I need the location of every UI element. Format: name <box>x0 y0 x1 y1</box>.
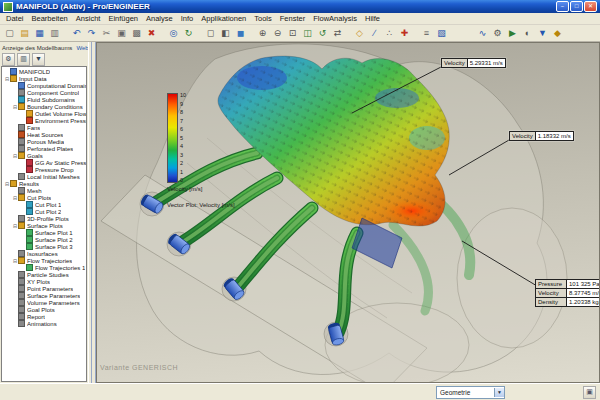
tree-item[interactable]: Cut Plot 2 <box>2 208 86 215</box>
tree-item[interactable]: ⊟ Results <box>2 180 86 187</box>
tree-item[interactable]: Point Parameters <box>2 285 86 292</box>
maximize-button[interactable]: □ <box>570 1 583 12</box>
menu-item[interactable]: Info <box>177 14 198 23</box>
tree-node-icon <box>18 271 25 278</box>
view-manager-icon[interactable]: ▧ <box>434 26 449 41</box>
tree-item[interactable]: Heat Sources <box>2 131 86 138</box>
zoom-out-icon[interactable]: ⊖ <box>270 26 285 41</box>
tree-item[interactable]: Perforated Plates <box>2 145 86 152</box>
tree-item[interactable]: Fans <box>2 124 86 131</box>
tree-item[interactable]: Computational Domain <box>2 82 86 89</box>
chevron-down-icon[interactable]: ▼ <box>494 388 504 397</box>
tree-item[interactable]: ⊟ Flow Trajectories <box>2 257 86 264</box>
tree-item[interactable]: Outlet Volume Flow 1 <box>2 110 86 117</box>
tree-item[interactable]: Particle Studies <box>2 271 86 278</box>
refit-icon[interactable]: ⊡ <box>285 26 300 41</box>
flow-settings-icon[interactable]: ⚙ <box>490 26 505 41</box>
load-results-icon[interactable]: ▼ <box>535 26 550 41</box>
copy-icon[interactable]: ▣ <box>114 26 129 41</box>
tree-item[interactable]: 3D-Profile Plots <box>2 215 86 222</box>
graphics-viewport[interactable]: 109876543210 Velocity [m/s] Vector Plot:… <box>96 42 600 383</box>
paste-icon[interactable]: ▩ <box>129 26 144 41</box>
flow-options-icon[interactable]: ◆ <box>550 26 565 41</box>
zoom-in-icon[interactable]: ⊕ <box>255 26 270 41</box>
hidden-line-display-icon[interactable]: ◧ <box>218 26 233 41</box>
datum-planes-icon[interactable]: ◇ <box>352 26 367 41</box>
tree-item[interactable]: Report <box>2 313 86 320</box>
undo-icon[interactable]: ↶ <box>69 26 84 41</box>
tree-item[interactable]: Surface Plot 3 <box>2 243 86 250</box>
menu-item[interactable]: Applikationen <box>197 14 250 23</box>
tree-item[interactable]: MANIFOLD <box>2 68 86 75</box>
tree-item[interactable]: Component Control <box>2 89 86 96</box>
delete-icon[interactable]: ✖ <box>144 26 159 41</box>
tree-item[interactable]: ⊟ Cut Plots <box>2 194 86 201</box>
tree-item[interactable]: Surface Plot 1 <box>2 229 86 236</box>
spin-center-icon[interactable]: ↺ <box>315 26 330 41</box>
shaded-display-icon[interactable]: ◼ <box>233 26 248 41</box>
tree-item[interactable]: Porous Media <box>2 138 86 145</box>
velocity-callout-1[interactable]: Velocity 5.29331 m/s <box>441 58 506 68</box>
run-solver-icon[interactable]: ▶ <box>505 26 520 41</box>
save-icon[interactable]: ▦ <box>32 26 47 41</box>
tree-columns-icon[interactable]: ▥ <box>17 53 30 66</box>
menu-item[interactable]: Datei <box>2 14 28 23</box>
tree-item[interactable]: ⊟ Input Data <box>2 75 86 82</box>
tree-node-icon <box>18 82 25 89</box>
tree-item[interactable]: Volume Parameters <box>2 299 86 306</box>
print-icon[interactable]: ▥ <box>47 26 62 41</box>
selection-filter-combo[interactable]: Geometrie ▼ <box>436 386 505 399</box>
minimize-button[interactable]: − <box>556 1 569 12</box>
tree-item[interactable]: Mesh <box>2 187 86 194</box>
tree-item[interactable]: Fluid Subdomains <box>2 96 86 103</box>
menu-item[interactable]: Bearbeiten <box>28 14 72 23</box>
redo-icon[interactable]: ↷ <box>84 26 99 41</box>
datum-axes-icon[interactable]: ∕ <box>367 26 382 41</box>
navigator-web-link[interactable]: Web <box>76 45 88 51</box>
tree-item[interactable]: ⊟ Surface Plots <box>2 222 86 229</box>
new-file-icon[interactable]: ▢ <box>2 26 17 41</box>
pane-splitter[interactable] <box>88 42 96 383</box>
tree-item[interactable]: ⊟ Goals <box>2 152 86 159</box>
probe-results-table[interactable]: Pressure 101 325 Pa Velocity 8.37745 m/s… <box>535 279 600 307</box>
tree-item[interactable]: Animations <box>2 320 86 327</box>
tree-filter-icon[interactable]: ▼ <box>32 53 45 66</box>
menu-item[interactable]: FlowAnalysis <box>309 14 361 23</box>
cut-icon[interactable]: ✂ <box>99 26 114 41</box>
coordinate-systems-icon[interactable]: ✚ <box>397 26 412 41</box>
tree-item[interactable]: Pressure Drop <box>2 166 86 173</box>
datum-points-icon[interactable]: ∴ <box>382 26 397 41</box>
tree-item[interactable]: Surface Parameters <box>2 292 86 299</box>
menu-item[interactable]: Hilfe <box>361 14 384 23</box>
search-icon[interactable]: ◎ <box>166 26 181 41</box>
repaint-icon[interactable]: ◫ <box>300 26 315 41</box>
tree-item[interactable]: ⊟ Boundary Conditions <box>2 103 86 110</box>
reorient-view-icon[interactable]: ⇄ <box>330 26 345 41</box>
tree-settings-icon[interactable]: ⚙ <box>2 53 15 66</box>
menu-item[interactable]: Ansicht <box>72 14 105 23</box>
menu-item[interactable]: Einfügen <box>104 14 142 23</box>
tree-item[interactable]: Surface Plot 2 <box>2 236 86 243</box>
tree-item[interactable]: Goal Plots <box>2 306 86 313</box>
tree-item[interactable]: Flow Trajectories 1 <box>2 264 86 271</box>
tree-node-icon <box>18 299 25 306</box>
tree-item[interactable]: Local Initial Meshes <box>2 173 86 180</box>
tree-item[interactable]: XY Plots <box>2 278 86 285</box>
tree-item[interactable]: Isosurfaces <box>2 250 86 257</box>
menu-item[interactable]: Tools <box>250 14 276 23</box>
open-file-icon[interactable]: ▤ <box>17 26 32 41</box>
menu-item[interactable]: Analyse <box>142 14 177 23</box>
tree-item[interactable]: Environment Pressure 1 <box>2 117 86 124</box>
tree-item-label: Heat Sources <box>27 132 63 138</box>
tree-item[interactable]: GG Av Static Pressure 1 <box>2 159 86 166</box>
velocity-callout-2[interactable]: Velocity 1.18332 m/s <box>509 131 574 141</box>
solver-monitor-icon[interactable]: ◐ <box>520 26 535 41</box>
regenerate-icon[interactable]: ↻ <box>181 26 196 41</box>
status-tool-icon[interactable]: ▣ <box>583 386 596 399</box>
layers-icon[interactable]: ≡ <box>419 26 434 41</box>
flow-wizard-icon[interactable]: ∿ <box>475 26 490 41</box>
wireframe-display-icon[interactable]: ◻ <box>203 26 218 41</box>
menu-item[interactable]: Fenster <box>276 14 309 23</box>
close-button[interactable]: ✕ <box>584 1 597 12</box>
tree-item[interactable]: Cut Plot 1 <box>2 201 86 208</box>
